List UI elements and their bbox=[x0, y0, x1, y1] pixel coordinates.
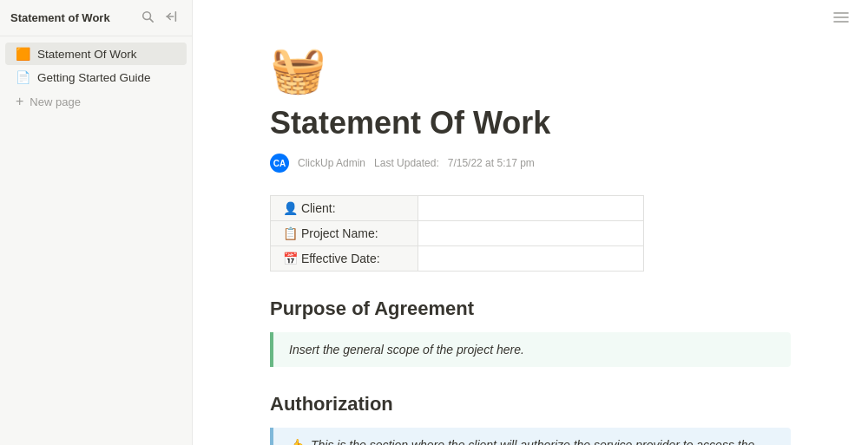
sow-table: 👤 Client:📋 Project Name:📅 Effective Date… bbox=[270, 195, 644, 272]
doc-emoji: 🧺 bbox=[270, 47, 791, 92]
table-label-cell: 📅 Effective Date: bbox=[271, 246, 418, 272]
sections-container: Purpose of AgreementInsert the general s… bbox=[270, 298, 791, 445]
sow-table-body: 👤 Client:📋 Project Name:📅 Effective Date… bbox=[271, 196, 644, 272]
section-heading-authorization: Authorization bbox=[270, 393, 791, 416]
callout-green-purpose: Insert the general scope of the project … bbox=[270, 332, 791, 367]
sidebar-item-statement-of-work[interactable]: 🟧 Statement Of Work bbox=[5, 43, 187, 65]
search-button[interactable] bbox=[138, 9, 157, 27]
table-label-cell: 👤 Client: bbox=[271, 196, 418, 221]
search-icon bbox=[141, 10, 154, 23]
plus-icon: + bbox=[16, 94, 23, 109]
collapse-sidebar-button[interactable] bbox=[162, 9, 181, 27]
outline-icon bbox=[833, 11, 849, 23]
table-row: 📅 Effective Date: bbox=[271, 246, 644, 272]
callout-blue-authorization: 👍This is the section where the client wi… bbox=[270, 428, 791, 445]
main-content: 🧺 Statement Of Work CA ClickUp Admin Las… bbox=[193, 0, 868, 445]
table-value-cell[interactable] bbox=[418, 221, 644, 246]
thumbs-up-icon: 👍 bbox=[289, 438, 304, 445]
table-label-cell: 📋 Project Name: bbox=[271, 221, 418, 246]
collapse-icon bbox=[166, 10, 178, 23]
table-value-cell[interactable] bbox=[418, 196, 644, 221]
sidebar-item-label: Getting Started Guide bbox=[37, 71, 151, 84]
toolbar-row bbox=[193, 0, 868, 29]
new-page-label: New page bbox=[30, 95, 81, 108]
doc-meta: CA ClickUp Admin Last Updated: 7/15/22 a… bbox=[270, 154, 791, 173]
table-row: 👤 Client: bbox=[271, 196, 644, 221]
table-value-cell[interactable] bbox=[418, 246, 644, 272]
sidebar-nav: 🟧 Statement Of Work 📄 Getting Started Gu… bbox=[0, 36, 192, 120]
avatar: CA bbox=[270, 154, 289, 173]
new-page-button[interactable]: + New page bbox=[5, 89, 187, 114]
author-name: ClickUp Admin bbox=[298, 157, 365, 169]
getting-started-icon: 📄 bbox=[16, 70, 31, 84]
sidebar-item-getting-started[interactable]: 📄 Getting Started Guide bbox=[5, 66, 187, 88]
callout-text: This is the section where the client wil… bbox=[311, 438, 775, 445]
section-heading-purpose: Purpose of Agreement bbox=[270, 298, 791, 320]
sidebar: Statement of Work 🟧 Statement Of Work bbox=[0, 0, 193, 445]
last-updated-label: Last Updated: bbox=[374, 157, 439, 169]
document-body: 🧺 Statement Of Work CA ClickUp Admin Las… bbox=[218, 29, 843, 445]
outline-button[interactable] bbox=[828, 9, 854, 29]
doc-title: Statement Of Work bbox=[270, 104, 791, 141]
statement-of-work-icon: 🟧 bbox=[16, 47, 31, 61]
sidebar-title: Statement of Work bbox=[10, 11, 110, 24]
table-row: 📋 Project Name: bbox=[271, 221, 644, 246]
sidebar-icon-group bbox=[138, 9, 181, 27]
last-updated-value: 7/15/22 at 5:17 pm bbox=[448, 157, 535, 169]
sidebar-item-label: Statement Of Work bbox=[37, 48, 137, 61]
svg-line-1 bbox=[150, 19, 154, 23]
sidebar-header: Statement of Work bbox=[0, 0, 192, 36]
